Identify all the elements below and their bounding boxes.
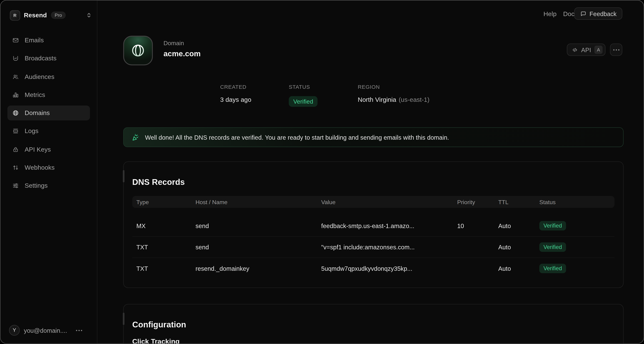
configuration-title: Configuration bbox=[132, 320, 186, 329]
party-popper-icon bbox=[132, 133, 140, 141]
region-value: North Virginia bbox=[358, 96, 396, 104]
main-content: Help Docs Feedback bbox=[97, 0, 644, 344]
workspace-switcher-icon[interactable] bbox=[86, 12, 91, 18]
user-email: you@domain.... bbox=[24, 327, 67, 334]
verified-badge: Verified bbox=[539, 242, 566, 252]
feedback-label: Feedback bbox=[590, 10, 617, 17]
sidebar-item-domains[interactable]: Domains bbox=[7, 106, 90, 120]
plan-badge: Pro bbox=[51, 12, 66, 19]
sidebar-item-webhooks[interactable]: Webhooks bbox=[7, 160, 90, 175]
api-button[interactable]: API A bbox=[567, 44, 606, 56]
cell-type: TXT bbox=[136, 265, 196, 272]
sidebar-item-broadcasts[interactable]: Broadcasts bbox=[7, 51, 90, 66]
table-row[interactable]: TXT send "v=spf1 include:amazonses.com..… bbox=[132, 236, 614, 258]
sidebar-item-label: Settings bbox=[25, 182, 48, 190]
cell-ttl: Auto bbox=[498, 222, 539, 229]
globe-icon bbox=[12, 110, 19, 116]
lock-icon bbox=[12, 146, 19, 153]
sliders-icon bbox=[12, 182, 19, 189]
dns-records-title: DNS Records bbox=[132, 177, 185, 187]
status-badge: Verified bbox=[289, 96, 318, 107]
help-link[interactable]: Help bbox=[544, 10, 556, 18]
sidebar-item-label: Emails bbox=[25, 36, 44, 44]
created-value: 3 days ago bbox=[220, 96, 251, 104]
cell-value: feedback-smtp.us-east-1.amazo... bbox=[321, 222, 457, 229]
sidebar-item-label: API Keys bbox=[25, 146, 51, 153]
created-label: CREATED bbox=[220, 84, 251, 90]
api-button-label: API bbox=[581, 46, 591, 53]
column-header-host: Host / Name bbox=[196, 198, 321, 205]
sidebar-item-label: Domains bbox=[25, 109, 50, 117]
banner-text: Well done! All the DNS records are verif… bbox=[145, 134, 449, 141]
card-accent-notch bbox=[123, 312, 124, 325]
region-code: (us-east-1) bbox=[398, 96, 429, 104]
user-menu-ellipsis-icon[interactable] bbox=[76, 330, 82, 331]
workspace-name: Resend bbox=[24, 12, 47, 19]
verified-badge: Verified bbox=[539, 264, 566, 273]
configuration-card: Configuration Click Tracking bbox=[123, 304, 624, 344]
meta-status: STATUS Verified bbox=[289, 84, 318, 107]
meta-created: CREATED 3 days ago bbox=[220, 84, 251, 104]
sidebar-item-label: Audiences bbox=[25, 73, 54, 80]
column-header-ttl: TTL bbox=[498, 198, 539, 205]
sidebar-item-api-keys[interactable]: API Keys bbox=[7, 142, 90, 157]
sidebar-nav: Emails Broadcasts bbox=[7, 33, 90, 197]
domain-kicker: Domain bbox=[164, 40, 184, 46]
status-label: STATUS bbox=[289, 84, 318, 90]
table-header: Type Host / Name Value Priority TTL Stat… bbox=[132, 196, 614, 208]
column-header-type: Type bbox=[136, 198, 196, 205]
table-row[interactable]: MX send feedback-smtp.us-east-1.amazo...… bbox=[132, 215, 614, 236]
cell-host: resend._domainkey bbox=[196, 265, 321, 272]
sidebar-item-label: Metrics bbox=[25, 91, 45, 98]
page-title: acme.com bbox=[164, 49, 200, 58]
cell-value: 5uqmdw7qpxudkyvdonqzy35kp... bbox=[321, 265, 457, 272]
app-window: R Resend Pro Emails bbox=[0, 0, 644, 344]
bar-chart-icon bbox=[12, 92, 19, 98]
dns-records-card: DNS Records Type Host / Name Value Prior… bbox=[123, 162, 624, 288]
meta-region: REGION North Virginia (us-east-1) bbox=[358, 84, 429, 104]
globe-icon bbox=[130, 43, 145, 58]
click-tracking-label: Click Tracking bbox=[132, 338, 180, 344]
code-icon bbox=[572, 46, 578, 53]
domain-avatar bbox=[123, 36, 153, 65]
cell-ttl: Auto bbox=[498, 265, 539, 272]
sidebar-item-label: Webhooks bbox=[25, 164, 55, 171]
more-options-button[interactable] bbox=[610, 44, 622, 56]
cell-priority: 10 bbox=[457, 222, 498, 229]
users-icon bbox=[12, 74, 19, 80]
table-row[interactable]: TXT resend._domainkey 5uqmdw7qpxudkyvdon… bbox=[132, 258, 614, 279]
feedback-button[interactable]: Feedback bbox=[574, 7, 622, 20]
sidebar-item-emails[interactable]: Emails bbox=[7, 33, 90, 48]
cell-value: "v=spf1 include:amazonses.com... bbox=[321, 244, 457, 250]
sidebar-item-label: Logs bbox=[25, 128, 38, 135]
cell-host: send bbox=[196, 244, 321, 250]
cell-type: TXT bbox=[136, 244, 196, 250]
sidebar-item-logs[interactable]: Logs bbox=[7, 124, 90, 138]
region-label: REGION bbox=[358, 84, 429, 90]
ellipsis-icon bbox=[613, 49, 619, 50]
sidebar-item-metrics[interactable]: Metrics bbox=[7, 88, 90, 102]
table-body: MX send feedback-smtp.us-east-1.amazo...… bbox=[132, 215, 614, 279]
column-header-status: Status bbox=[539, 198, 614, 205]
column-header-priority: Priority bbox=[457, 198, 498, 205]
sidebar-item-settings[interactable]: Settings bbox=[7, 178, 90, 193]
workspace-switcher[interactable]: R Resend Pro bbox=[10, 8, 91, 23]
success-banner: Well done! All the DNS records are verif… bbox=[123, 127, 624, 147]
sidebar: R Resend Pro Emails bbox=[0, 0, 97, 344]
resend-logo: R bbox=[10, 10, 20, 20]
logs-icon bbox=[12, 128, 19, 134]
cell-host: send bbox=[196, 222, 321, 229]
user-account-row[interactable]: Y you@domain.... bbox=[9, 325, 91, 336]
api-shortcut-badge: A bbox=[594, 46, 602, 54]
card-accent-notch bbox=[123, 170, 124, 182]
sidebar-item-label: Broadcasts bbox=[25, 55, 56, 62]
column-header-value: Value bbox=[321, 198, 457, 205]
arrows-up-down-icon bbox=[12, 164, 19, 171]
speech-bubble-icon bbox=[580, 10, 586, 17]
cell-type: MX bbox=[136, 222, 196, 229]
verified-badge: Verified bbox=[539, 221, 566, 230]
broadcast-icon bbox=[12, 55, 19, 62]
mail-icon bbox=[12, 37, 19, 44]
svg-text:R: R bbox=[14, 13, 16, 18]
sidebar-item-audiences[interactable]: Audiences bbox=[7, 69, 90, 84]
